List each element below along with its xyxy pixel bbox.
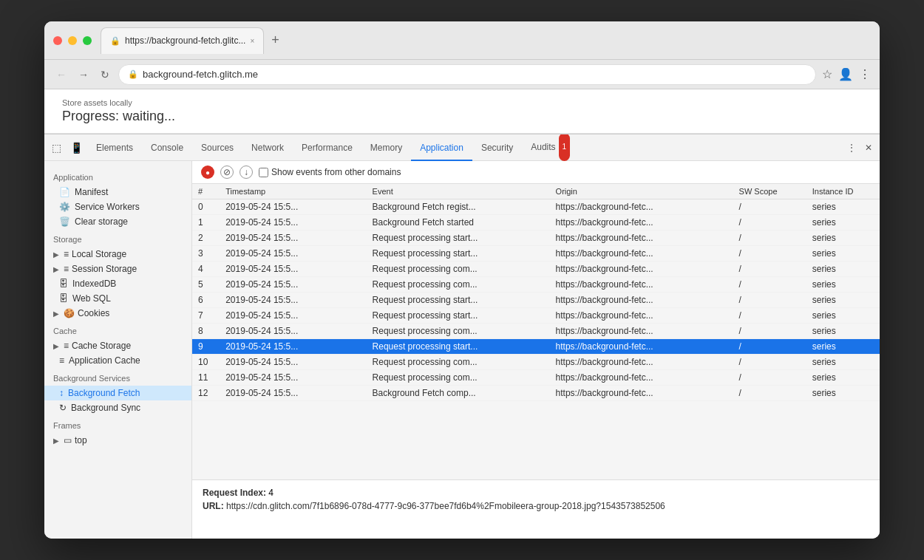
- table-row[interactable]: 82019-05-24 15:5...Request processing co…: [192, 324, 880, 339]
- table-row[interactable]: 52019-05-24 15:5...Request processing co…: [192, 277, 880, 293]
- sidebar-item-web-sql[interactable]: 🗄 Web SQL: [44, 291, 191, 306]
- table-row[interactable]: 22019-05-24 15:5...Request processing st…: [192, 231, 880, 246]
- cell-scope: /: [733, 215, 806, 231]
- cell-scope: /: [733, 386, 806, 401]
- download-button[interactable]: ↓: [240, 165, 253, 179]
- data-table[interactable]: # Timestamp Event Origin SW Scope Instan…: [192, 184, 880, 479]
- cell-timestamp: 2019-05-24 15:5...: [220, 355, 366, 370]
- col-header-scope: SW Scope: [733, 184, 806, 199]
- table-row[interactable]: 12019-05-24 15:5...Background Fetch star…: [192, 215, 880, 231]
- cell-instance: series: [806, 199, 880, 215]
- table-row[interactable]: 102019-05-24 15:5...Request processing c…: [192, 355, 880, 370]
- show-other-domains-label[interactable]: Show events from other domains: [259, 167, 401, 177]
- sidebar-item-manifest[interactable]: 📄 Manifest: [44, 185, 191, 199]
- cell-origin: https://background-fetc...: [550, 262, 733, 277]
- close-button[interactable]: [53, 36, 62, 45]
- device-icon[interactable]: 📱: [66, 142, 87, 154]
- tab-performance[interactable]: Performance: [293, 134, 361, 161]
- star-icon[interactable]: ☆: [822, 67, 832, 81]
- cell-origin: https://background-fetc...: [550, 386, 733, 401]
- tab-close-icon[interactable]: ×: [250, 37, 254, 45]
- web-sql-icon: 🗄: [59, 293, 68, 304]
- table-row[interactable]: 32019-05-24 15:5...Request processing st…: [192, 246, 880, 262]
- reload-button[interactable]: ↻: [98, 66, 112, 83]
- cell-instance: series: [806, 324, 880, 339]
- sidebar-item-background-sync[interactable]: ↻ Background Sync: [44, 400, 191, 415]
- col-header-origin: Origin: [550, 184, 733, 199]
- sidebar-item-cookies[interactable]: ▶ 🍪 Cookies: [44, 306, 191, 321]
- page-area: Store assets locally Progress: waiting..…: [44, 89, 880, 134]
- cell-instance: series: [806, 339, 880, 355]
- url-bar[interactable]: 🔒 background-fetch.glitch.me: [118, 64, 816, 85]
- tab-network[interactable]: Network: [242, 134, 293, 161]
- sidebar-item-session-storage[interactable]: ▶ ≡ Session Storage: [44, 262, 191, 276]
- table-body: 02019-05-24 15:5...Background Fetch regi…: [192, 199, 880, 401]
- cell-instance: series: [806, 277, 880, 293]
- table-row[interactable]: 92019-05-24 15:5...Request processing st…: [192, 339, 880, 355]
- cell-event: Background Fetch started: [367, 215, 550, 231]
- frame-icon: ▭: [64, 435, 72, 445]
- cell-event: Background Fetch regist...: [367, 199, 550, 215]
- sidebar-item-application-cache[interactable]: ≡ Application Cache: [44, 353, 191, 368]
- events-table: # Timestamp Event Origin SW Scope Instan…: [192, 184, 880, 401]
- tab-sources[interactable]: Sources: [192, 134, 242, 161]
- table-row[interactable]: 42019-05-24 15:5...Request processing co…: [192, 262, 880, 277]
- clear-storage-icon: 🗑️: [59, 216, 70, 227]
- devtools-body: Application 📄 Manifest ⚙️ Service Worker…: [44, 161, 880, 539]
- sidebar-item-background-fetch[interactable]: ↕ Background Fetch: [44, 386, 191, 400]
- table-row[interactable]: 112019-05-24 15:5...Request processing c…: [192, 370, 880, 386]
- sidebar-item-service-workers[interactable]: ⚙️ Service Workers: [44, 199, 191, 214]
- cell-scope: /: [733, 339, 806, 355]
- tab-bar: 🔒 https://background-fetch.glitc... × +: [101, 27, 871, 54]
- more-tabs-button[interactable]: ⋮: [843, 143, 860, 153]
- forward-button[interactable]: →: [75, 66, 92, 83]
- cell-num: 2: [192, 231, 220, 246]
- sidebar-item-local-storage[interactable]: ▶ ≡ Local Storage: [44, 247, 191, 262]
- minimize-button[interactable]: [68, 36, 77, 45]
- cell-event: Request processing start...: [367, 231, 550, 246]
- detail-url-line: URL: https://cdn.glitch.com/7f1b6896-078…: [203, 501, 869, 511]
- tab-security[interactable]: Security: [472, 134, 522, 161]
- sidebar-section-application: Application: [44, 167, 191, 185]
- table-row[interactable]: 72019-05-24 15:5...Request processing st…: [192, 308, 880, 324]
- sidebar-item-top[interactable]: ▶ ▭ top: [44, 433, 191, 448]
- show-other-domains-checkbox[interactable]: [259, 168, 268, 177]
- inspect-icon[interactable]: ⬚: [47, 142, 66, 154]
- request-index-line: Request Index: 4: [203, 488, 869, 498]
- table-row[interactable]: 122019-05-24 15:5...Background Fetch com…: [192, 386, 880, 401]
- local-storage-icon: ≡: [64, 249, 69, 259]
- expand-arrow-icon: ▶: [53, 310, 59, 318]
- devtools-sidebar: Application 📄 Manifest ⚙️ Service Worker…: [44, 161, 192, 539]
- tab-elements[interactable]: Elements: [87, 134, 142, 161]
- cell-num: 8: [192, 324, 220, 339]
- new-tab-button[interactable]: +: [267, 33, 284, 48]
- sidebar-item-indexeddb[interactable]: 🗄 IndexedDB: [44, 276, 191, 291]
- expand-arrow-icon: ▶: [53, 250, 59, 259]
- cell-num: 7: [192, 308, 220, 324]
- record-button[interactable]: ●: [201, 165, 214, 179]
- tab-memory[interactable]: Memory: [361, 134, 411, 161]
- back-button[interactable]: ←: [53, 66, 69, 83]
- browser-window: 🔒 https://background-fetch.glitc... × + …: [44, 21, 880, 539]
- sidebar-item-cache-storage[interactable]: ▶ ≡ Cache Storage: [44, 338, 191, 353]
- address-bar: ← → ↻ 🔒 background-fetch.glitch.me ☆ 👤 ⋮: [44, 60, 880, 89]
- sidebar-item-clear-storage[interactable]: 🗑️ Clear storage: [44, 214, 191, 229]
- tab-audits[interactable]: Audits 1: [522, 134, 579, 161]
- close-devtools-button[interactable]: ✕: [860, 143, 877, 153]
- cell-num: 1: [192, 215, 220, 231]
- tab-application[interactable]: Application: [411, 134, 472, 161]
- table-row[interactable]: 62019-05-24 15:5...Request processing st…: [192, 293, 880, 308]
- cell-timestamp: 2019-05-24 15:5...: [220, 386, 366, 401]
- browser-tab[interactable]: 🔒 https://background-fetch.glitc... ×: [101, 27, 264, 54]
- cell-event: Request processing start...: [367, 308, 550, 324]
- clear-button[interactable]: ⊘: [220, 165, 234, 179]
- tab-console[interactable]: Console: [142, 134, 192, 161]
- menu-icon[interactable]: ⋮: [859, 67, 871, 81]
- account-icon[interactable]: 👤: [838, 67, 853, 81]
- maximize-button[interactable]: [83, 36, 92, 45]
- sidebar-section-frames: Frames: [44, 415, 191, 433]
- table-row[interactable]: 02019-05-24 15:5...Background Fetch regi…: [192, 199, 880, 215]
- cell-scope: /: [733, 199, 806, 215]
- sidebar-section-background: Background Services: [44, 368, 191, 386]
- request-index-value: 4: [268, 488, 274, 498]
